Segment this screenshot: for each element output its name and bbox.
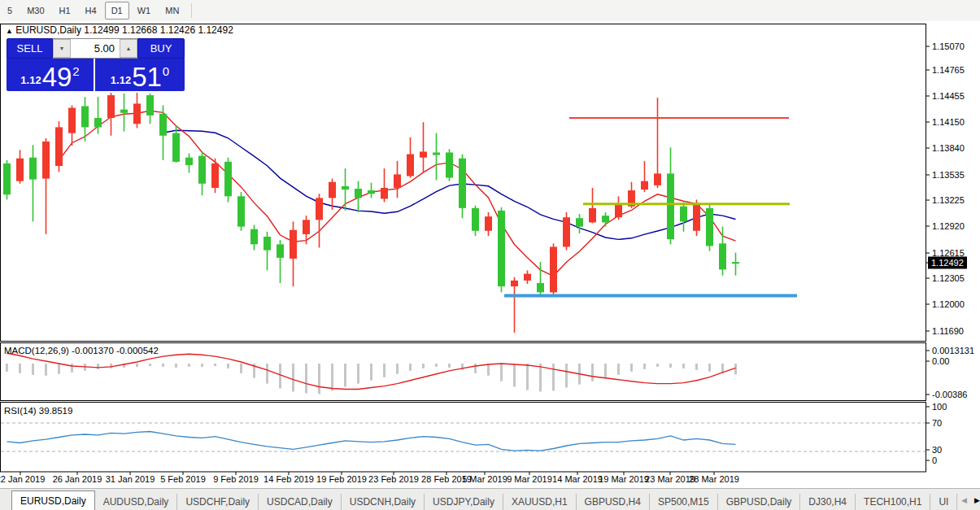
chart-title: ▲ EURUSD,Daily 1.12499 1.12668 1.12426 1… <box>6 24 233 36</box>
date-axis-label: 9 Mar 2019 <box>507 474 552 484</box>
symbol-tab-bar: EURUSD,DailyAUDUSD,DailyUSDCHF,DailyUSDC… <box>0 488 980 510</box>
tab-scroll-left-icon[interactable]: ◀ <box>957 494 970 507</box>
rsi-axis-label: 30 <box>932 445 942 455</box>
buy-price-prefix: 1.12 <box>111 74 131 86</box>
price-axis-label: 1.12305 <box>932 273 965 283</box>
sell-price-prefix: 1.12 <box>20 74 41 86</box>
symbol-tab-audusd[interactable]: AUDUSD,Daily <box>95 494 178 510</box>
current-price-label: 1.12492 <box>928 257 967 269</box>
price-axis-label: 1.14455 <box>932 91 965 101</box>
symbol-tab-dj30[interactable]: DJ30,H4 <box>800 494 856 510</box>
tab-scroll-controls: ◀▶ <box>957 489 980 510</box>
price-axis-label: 1.13225 <box>932 195 965 205</box>
volume-decrease-icon[interactable]: ▼ <box>53 39 71 58</box>
symbol-tab-usdcad[interactable]: USDCAD,Daily <box>259 494 342 510</box>
price-axis-label: 1.14765 <box>932 65 965 75</box>
date-axis-label: 22 Jan 2019 <box>0 474 45 484</box>
sell-price-digits: 49 <box>42 65 72 89</box>
date-axis-label: 5 Feb 2019 <box>160 474 206 484</box>
symbol-tab-ui[interactable]: UI <box>930 494 957 510</box>
rsi-axis-label: 70 <box>932 418 942 428</box>
tab-scroll-right-icon[interactable]: ▶ <box>970 494 980 507</box>
one-click-trading-panel: SELL ▼ 5.00 ▲ BUY 1.12 49 2 1.12 51 0 <box>7 38 185 91</box>
symbol-tab-gbpusd[interactable]: GBPUSD,Daily <box>718 494 801 510</box>
buy-price-pipette: 0 <box>163 64 169 78</box>
date-axis-label: 23 Mar 2019 <box>645 474 695 484</box>
price-axis-label: 1.15070 <box>932 41 965 51</box>
collapse-panel-icon[interactable]: ▲ <box>6 27 13 35</box>
sell-price-button[interactable]: 1.12 49 2 <box>7 59 94 91</box>
macd-axis-label: -0.00386 <box>932 390 967 399</box>
date-axis-label: 28 Mar 2019 <box>689 474 739 484</box>
date-axis-label: 31 Jan 2019 <box>106 474 155 484</box>
date-axis-label: 9 Feb 2019 <box>213 474 259 484</box>
symbol-tab-xauusd[interactable]: XAUUSD,H1 <box>503 494 577 510</box>
date-axis-label: 19 Feb 2019 <box>316 474 367 484</box>
ohlc-values: 1.12499 1.12668 1.12426 1.12492 <box>84 24 233 36</box>
symbol-tab-usdcnh[interactable]: USDCNH,Daily <box>342 494 425 510</box>
date-axis-label: 14 Mar 2019 <box>552 474 603 484</box>
sell-button[interactable]: SELL <box>7 38 53 59</box>
rsi-axis-label: 100 <box>932 402 947 412</box>
buy-price-digits: 51 <box>132 65 162 89</box>
macd-indicator-label: MACD(12,26,9) -0.001370 -0.000542 <box>4 346 159 355</box>
macd-axis-label: 0.0013131 <box>932 346 974 355</box>
macd-axis-label: 0.00 <box>932 356 949 366</box>
price-axis-label: 1.14150 <box>932 117 965 127</box>
price-axis-label: 1.12920 <box>932 221 965 231</box>
trading-platform-window: 5M30H1H4D1W1MN ▲ EURUSD,Daily 1.12499 1.… <box>0 0 980 510</box>
symbol-tab-eurusd[interactable]: EURUSD,Daily <box>11 490 95 510</box>
symbol-tab-tech100[interactable]: TECH100,H1 <box>856 494 930 510</box>
date-axis-label: 14 Feb 2019 <box>264 474 314 484</box>
rsi-indicator-label: RSI(14) 39.8519 <box>4 406 72 416</box>
volume-stepper: ▼ 5.00 ▲ <box>53 38 137 59</box>
buy-button[interactable]: BUY <box>137 38 185 59</box>
price-axis-label: 1.13840 <box>932 143 965 153</box>
symbol-tab-gbpusd[interactable]: GBPUSD,H4 <box>577 494 650 510</box>
symbol-period-label: EURUSD,Daily <box>15 24 81 36</box>
date-axis-label: 26 Jan 2019 <box>53 474 102 484</box>
date-axis-label: 23 Feb 2019 <box>368 474 419 484</box>
price-axis-label: 1.13535 <box>932 170 965 180</box>
volume-increase-icon[interactable]: ▲ <box>120 39 137 58</box>
date-axis-label: 19 Mar 2019 <box>599 474 649 484</box>
price-axis-label: 1.12000 <box>932 299 965 309</box>
symbol-tab-usdjpy[interactable]: USDJPY,Daily <box>425 494 503 510</box>
volume-input[interactable]: 5.00 <box>71 39 120 58</box>
sell-price-pipette: 2 <box>72 64 79 78</box>
date-axis-label: 5 Mar 2019 <box>462 474 507 484</box>
buy-price-button[interactable]: 1.12 51 0 <box>95 59 185 91</box>
symbol-tab-usdchf[interactable]: USDCHF,Daily <box>177 494 259 510</box>
rsi-axis-label: 0 <box>932 456 937 465</box>
price-axis-label: 1.11690 <box>932 326 964 336</box>
symbol-tab-sp500[interactable]: SP500,M15 <box>650 494 718 510</box>
